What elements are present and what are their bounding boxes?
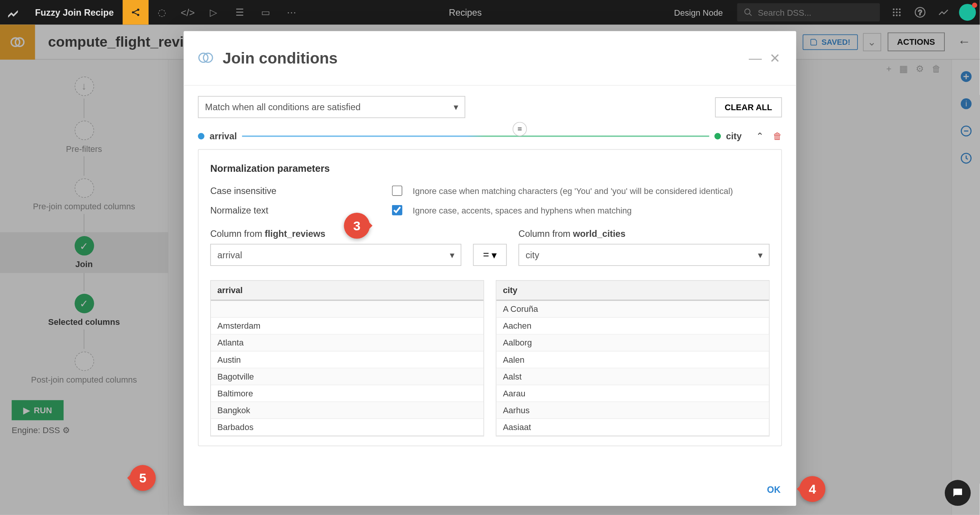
share-icon[interactable] — [123, 0, 149, 24]
modal-title: Join conditions — [222, 49, 741, 67]
table-row: Aalst — [497, 368, 769, 385]
tool-stack-icon[interactable]: ☰ — [227, 0, 253, 24]
case-insensitive-help: Ignore case when matching characters (eg… — [413, 186, 733, 196]
table-row: Aarau — [497, 385, 769, 402]
svg-point-11 — [896, 15, 898, 16]
table-row: Amsterdam — [211, 318, 483, 335]
normalize-text-help: Ignore case, accents, spaces and hyphens… — [413, 205, 632, 215]
search-input[interactable]: Search DSS... — [737, 3, 880, 21]
trend-icon[interactable] — [932, 0, 955, 24]
app-logo-icon[interactable] — [0, 0, 26, 24]
svg-text:?: ? — [918, 9, 922, 16]
table-row: Bagotville — [211, 368, 483, 385]
annotation-marker-4: 4 — [799, 476, 825, 502]
table-row: Aachen — [497, 318, 769, 335]
user-avatar-notif-icon[interactable] — [959, 4, 976, 21]
right-preview-header: city — [497, 281, 769, 301]
svg-point-9 — [899, 11, 901, 13]
tool-play-icon[interactable]: ▷ — [201, 0, 227, 24]
clear-all-button[interactable]: CLEAR ALL — [715, 97, 782, 117]
svg-point-12 — [899, 15, 901, 16]
chevron-down-icon: ▾ — [450, 250, 454, 260]
tool-circle-icon[interactable]: ◌ — [149, 0, 175, 24]
svg-point-8 — [896, 11, 898, 13]
search-placeholder: Search DSS... — [758, 7, 812, 17]
center-nav-recipes[interactable]: Recipes — [305, 7, 665, 18]
case-insensitive-label: Case insensitive — [210, 186, 392, 196]
table-row: Aalborg — [497, 335, 769, 352]
table-row — [211, 301, 483, 318]
annotation-marker-3: 3 — [344, 213, 370, 239]
svg-point-10 — [893, 15, 895, 16]
operator-select[interactable]: = ▾ — [473, 244, 507, 266]
normalize-text-checkbox[interactable] — [392, 205, 402, 215]
project-name[interactable]: Fuzzy Join Recipe — [26, 7, 123, 18]
top-navbar: Fuzzy Join Recipe ◌ </> ▷ ☰ ▭ ⋯ Recipes … — [0, 0, 980, 24]
chevron-down-icon: ▾ — [492, 249, 497, 261]
table-row: Barbados — [211, 419, 483, 436]
help-icon[interactable]: ? — [908, 0, 932, 24]
table-row: Austin — [211, 352, 483, 368]
left-col-label: arrival — [209, 131, 237, 141]
delete-condition-icon[interactable]: 🗑 — [773, 131, 782, 141]
annotation-marker-5: 5 — [130, 465, 156, 491]
tool-code-icon[interactable]: </> — [175, 0, 201, 24]
tool-box-icon[interactable]: ▭ — [253, 0, 279, 24]
help-chat-icon[interactable] — [945, 480, 971, 506]
left-preview-header: arrival — [211, 281, 483, 301]
collapse-icon[interactable]: ⌃ — [747, 131, 773, 141]
equals-badge: = — [513, 122, 527, 136]
chevron-down-icon: ▾ — [758, 250, 763, 260]
svg-point-5 — [896, 8, 898, 10]
ok-button[interactable]: OK — [767, 484, 781, 495]
svg-point-6 — [899, 8, 901, 10]
join-conditions-modal: Join conditions — ✕ Match when all condi… — [184, 31, 796, 506]
left-column-select[interactable]: arrival▾ — [210, 244, 461, 266]
table-row: Aasiaat — [497, 419, 769, 436]
table-row: Aarhus — [497, 402, 769, 419]
left-column-from-label: Column from flight_reviews — [210, 228, 461, 239]
table-row: Baltimore — [211, 385, 483, 402]
close-icon[interactable]: ✕ — [769, 50, 781, 66]
right-dot-icon — [714, 133, 721, 139]
tool-more-icon[interactable]: ⋯ — [279, 0, 305, 24]
design-node-label[interactable]: Design Node — [665, 7, 732, 17]
right-column-from-label: Column from world_cities — [518, 228, 769, 239]
modal-icon — [197, 48, 216, 68]
table-row: Atlanta — [211, 335, 483, 352]
right-col-label: city — [726, 131, 742, 141]
table-row: Aalen — [497, 352, 769, 368]
table-row: A Coruña — [497, 301, 769, 318]
condition-summary: arrival = city ⌃ 🗑 — [198, 129, 782, 149]
minimize-icon[interactable]: — — [749, 51, 762, 65]
normalize-text-label: Normalize text — [210, 205, 392, 215]
left-preview-table: arrival AmsterdamAtlantaAustinBagotville… — [210, 280, 484, 436]
right-column-select[interactable]: city▾ — [518, 244, 769, 266]
svg-point-3 — [745, 9, 750, 14]
norm-params-title: Normalization parameters — [210, 163, 769, 174]
table-row: Bangkok — [211, 402, 483, 419]
condition-mode-select[interactable]: Match when all conditions are satisfied … — [198, 96, 465, 118]
right-preview-table: city A CoruñaAachenAalborgAalenAalstAara… — [496, 280, 769, 436]
left-dot-icon — [198, 133, 204, 139]
svg-point-4 — [893, 8, 895, 10]
apps-grid-icon[interactable] — [885, 0, 908, 24]
chevron-down-icon: ▾ — [454, 102, 458, 112]
case-insensitive-checkbox[interactable] — [392, 186, 402, 196]
svg-point-7 — [893, 11, 895, 13]
